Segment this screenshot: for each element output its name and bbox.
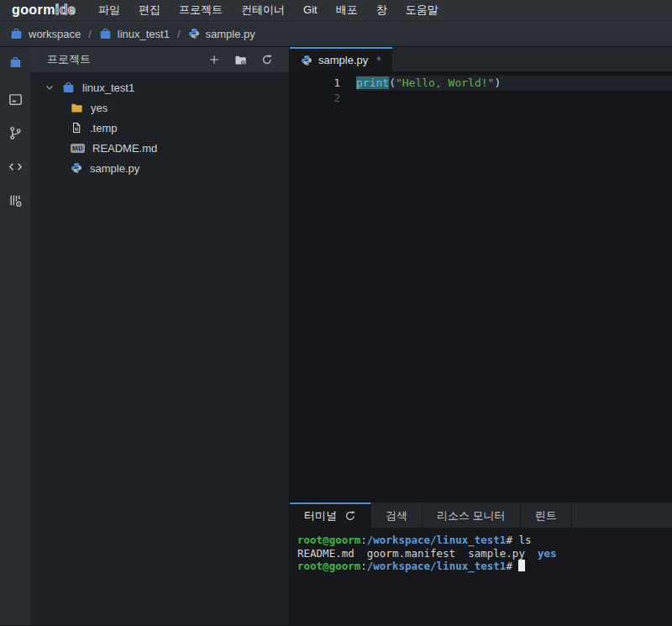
code-line-2: 2 <box>290 91 672 106</box>
line-number: 2 <box>290 91 356 106</box>
panel-tab-search[interactable]: 검색 <box>371 502 423 528</box>
briefcase-icon <box>10 28 23 40</box>
tree-item-README-md[interactable]: MDREADME.md <box>30 138 289 158</box>
new-file-button[interactable] <box>208 54 220 66</box>
menu-item-file[interactable]: 파일 <box>89 0 129 20</box>
terminal-line: root@goorm:/workspace/linux_test1# <box>297 560 664 573</box>
terminal-cursor <box>518 560 525 571</box>
breadcrumb-label: workspace <box>29 28 81 40</box>
editor-column: sample.py * 1print("Hello, World!")2 터미널… <box>290 47 672 625</box>
terminal-refresh-icon[interactable] <box>344 510 356 522</box>
breadcrumb-item-linux_test1[interactable]: linux_test1 <box>99 28 170 40</box>
briefcase-icon <box>99 28 112 40</box>
logo-text-ide: ide <box>55 0 76 20</box>
code-icon <box>8 160 23 174</box>
file-tree: linux_test1yes.tempMDREADME.mdsample.py <box>30 72 289 178</box>
panel-tab-label: 검색 <box>386 508 407 523</box>
python-icon <box>301 55 312 66</box>
activity-item-code[interactable] <box>3 155 27 178</box>
explorer-header: 프로젝트 <box>30 47 289 72</box>
editor-tab-sample-py[interactable]: sample.py * <box>290 47 392 71</box>
tree-item-sample-py[interactable]: sample.py <box>30 158 289 178</box>
python-icon <box>188 28 200 39</box>
markdown-icon: MD <box>71 144 85 153</box>
panel-tab-label: 터미널 <box>304 508 337 523</box>
breadcrumb-separator: / <box>177 28 181 40</box>
breadcrumb-separator: / <box>88 28 92 40</box>
line-number: 1 <box>290 76 356 91</box>
code-line-text <box>356 91 672 106</box>
menu-item-window[interactable]: 창 <box>367 0 396 20</box>
folder-icon <box>71 102 83 114</box>
tree-item-label: linux_test1 <box>82 82 134 94</box>
breadcrumb: workspace/linux_test1/sample.py <box>0 20 672 47</box>
top-menu-bar: goormide 파일편집프로젝트컨테이너Git배포창도움말 <box>0 0 672 20</box>
chevron-down-icon[interactable] <box>45 82 55 92</box>
code-editor[interactable]: 1print("Hello, World!")2 <box>290 71 672 502</box>
panel-tab-resource-monitor[interactable]: 리소스 모니터 <box>423 502 521 528</box>
menu-item-edit[interactable]: 편집 <box>129 0 170 20</box>
explorer-panel: 프로젝트 linux_test1yes.tempMDREADME.mdsampl… <box>30 47 290 625</box>
bottom-panel: 터미널검색리소스 모니터린트 root@goorm:/workspace/lin… <box>290 502 672 625</box>
activity-item-git[interactable] <box>3 121 27 145</box>
briefcase-icon <box>9 56 22 69</box>
tree-item-label: .temp <box>90 122 118 134</box>
breadcrumb-item-workspace[interactable]: workspace <box>10 28 81 40</box>
menu-item-help[interactable]: 도움말 <box>396 0 448 20</box>
explorer-actions <box>208 54 273 66</box>
editor-tab-bar: sample.py * <box>290 47 672 71</box>
tree-item-yes[interactable]: yes <box>30 97 289 118</box>
unsaved-indicator: * <box>376 54 381 67</box>
breadcrumb-item-sample-py[interactable]: sample.py <box>188 28 255 40</box>
refresh-button[interactable] <box>261 54 273 66</box>
tree-item-label: yes <box>91 102 108 114</box>
main-area: 프로젝트 linux_test1yes.tempMDREADME.mdsampl… <box>0 47 672 625</box>
terminal-output[interactable]: root@goorm:/workspace/linux_test1# lsREA… <box>290 528 672 625</box>
terminal-line: root@goorm:/workspace/linux_test1# ls <box>297 534 664 547</box>
panel-tab-label: 린트 <box>535 508 557 523</box>
goormide-logo: goormide <box>12 0 76 20</box>
panel-tab-terminal[interactable]: 터미널 <box>290 502 371 528</box>
explorer-title: 프로젝트 <box>47 52 208 67</box>
tree-item-linux_test1[interactable]: linux_test1 <box>30 77 289 97</box>
code-line-text: print("Hello, World!") <box>356 76 672 91</box>
menu-items: 파일편집프로젝트컨테이너Git배포창도움말 <box>89 0 448 20</box>
briefcase-icon <box>62 82 75 94</box>
menu-item-deploy[interactable]: 배포 <box>327 0 367 20</box>
breadcrumb-label: linux_test1 <box>118 28 170 40</box>
new-folder-button[interactable] <box>234 54 247 66</box>
editor-tab-label: sample.py <box>318 54 368 66</box>
menu-item-project[interactable]: 프로젝트 <box>170 0 232 20</box>
git-branch-icon <box>8 126 23 140</box>
tree-item--temp[interactable]: .temp <box>30 118 289 138</box>
bottom-panel-tabs: 터미널검색리소스 모니터린트 <box>290 502 672 528</box>
tree-item-label: README.md <box>92 142 157 155</box>
code-line-1: 1print("Hello, World!") <box>290 76 672 91</box>
tree-item-label: sample.py <box>90 162 139 175</box>
activity-bar <box>0 47 30 625</box>
file-icon <box>71 122 82 134</box>
python-icon <box>71 162 82 174</box>
activity-item-project[interactable] <box>3 50 27 74</box>
terminal-line: README.md goorm.manifest sample.py yes <box>297 547 664 560</box>
activity-item-console[interactable] <box>3 87 27 111</box>
container-icon <box>8 193 23 208</box>
logo-text-goorm: goorm <box>12 0 55 20</box>
menu-item-container[interactable]: 컨테이너 <box>232 0 294 20</box>
breadcrumb-label: sample.py <box>206 28 255 40</box>
console-icon <box>8 92 23 107</box>
activity-item-container[interactable] <box>3 188 27 212</box>
menu-item-git[interactable]: Git <box>294 0 327 20</box>
panel-tab-label: 리소스 모니터 <box>437 508 506 523</box>
panel-tab-lint[interactable]: 린트 <box>521 502 572 528</box>
